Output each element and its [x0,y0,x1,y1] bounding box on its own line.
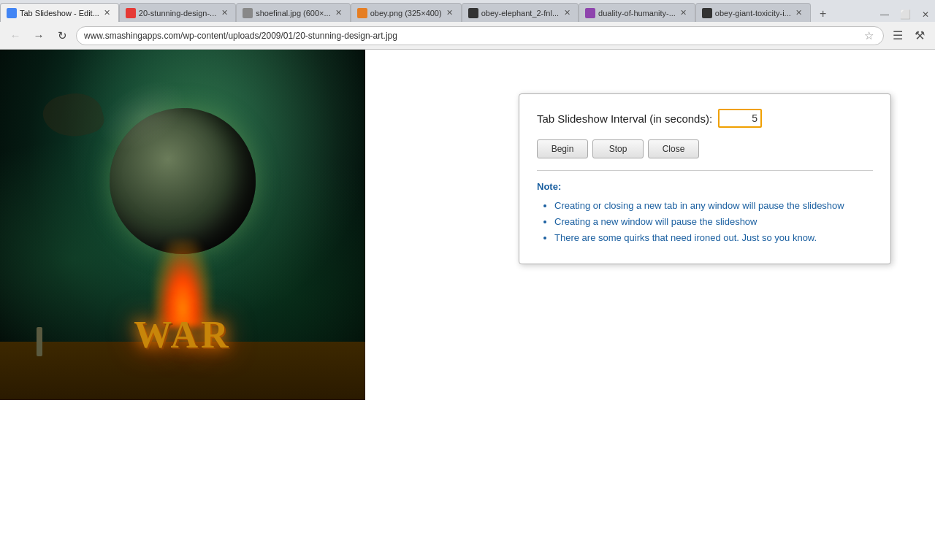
note-item-3: There are some quirks that need ironed o… [554,230,873,246]
toolbar-right: ☰ ⚒ [888,26,929,45]
tab7-close-btn[interactable]: ✕ [794,8,804,18]
slideshow-dialog: Tab Slideshow Interval (in seconds): Beg… [519,93,891,264]
dialog-buttons: Begin Stop Close [537,139,873,158]
wrench-button[interactable]: ⚒ [910,26,929,45]
tab7-favicon [702,8,712,18]
tab-bar: Tab Slideshow - Edit... ✕ 20-stunning-de… [0,0,935,22]
divider [537,170,873,171]
interval-input[interactable] [718,109,762,128]
tab-obey-elephant[interactable]: obey-elephant_2-fnl... ✕ [462,3,579,22]
tab-slideshow[interactable]: Tab Slideshow - Edit... ✕ [0,3,119,22]
navigation-bar: ← → ↻ ☆ ☰ ⚒ [0,22,935,50]
tab-stunning-design[interactable]: 20-stunning-design-... ✕ [119,3,236,22]
tab3-close-btn[interactable]: ✕ [334,8,344,18]
note-label: Note: [537,181,873,192]
ground-element [0,342,365,400]
tab-shoefinal[interactable]: shoefinal.jpg (600×... ✕ [236,3,350,22]
note-item-2: Creating a new window will pause the sli… [554,214,873,230]
close-dialog-button[interactable]: Close [648,139,699,158]
forward-button[interactable]: → [29,26,48,45]
dialog-title: Tab Slideshow Interval (in seconds): [537,112,712,125]
tab5-close-btn[interactable]: ✕ [562,8,572,18]
page-content: Tab Slideshow Interval (in seconds): Beg… [0,50,935,560]
tab1-favicon [7,8,17,18]
window-controls: — ⬜ ✕ [875,7,935,22]
tab4-favicon [357,8,367,18]
image-area [0,50,365,400]
tab-obey-toxicity[interactable]: obey-giant-toxicity-i... ✕ [695,3,811,22]
tab-duality[interactable]: duality-of-humanity-... ✕ [579,3,695,22]
tab4-close-btn[interactable]: ✕ [445,8,455,18]
tab6-close-btn[interactable]: ✕ [679,8,689,18]
tab6-favicon [585,8,595,18]
back-button[interactable]: ← [6,26,25,45]
note-item-1: Creating or closing a new tab in any win… [554,198,873,214]
planet-element [110,108,256,254]
tab5-favicon [468,8,478,18]
close-button[interactable]: ✕ [916,7,935,22]
stop-button[interactable]: Stop [592,139,644,158]
tab2-close-btn[interactable]: ✕ [219,8,229,18]
bookmark-button[interactable]: ☆ [862,29,876,42]
tab3-favicon [243,8,253,18]
tab6-label: duality-of-humanity-... [598,9,676,18]
tab5-label: obey-elephant_2-fnl... [481,9,559,18]
minimize-button[interactable]: — [875,7,894,22]
tab-obey-png[interactable]: obey.png (325×400) ✕ [351,3,462,22]
tab4-label: obey.png (325×400) [370,9,442,18]
browser-frame: Tab Slideshow - Edit... ✕ 20-stunning-de… [0,0,935,560]
maximize-button[interactable]: ⬜ [896,7,915,22]
new-tab-button[interactable]: + [814,6,833,22]
begin-button[interactable]: Begin [537,139,588,158]
tab1-close-btn[interactable]: ✕ [102,8,112,18]
tab2-favicon [126,8,136,18]
refresh-button[interactable]: ↻ [53,26,72,45]
lighthouse [37,327,42,356]
dialog-title-row: Tab Slideshow Interval (in seconds): [537,109,873,128]
animal-silhouette [39,87,107,145]
tab2-label: 20-stunning-design-... [139,9,216,18]
address-bar[interactable]: ☆ [76,26,884,45]
tab7-label: obey-giant-toxicity-i... [715,9,791,18]
note-list: Creating or closing a new tab in any win… [537,198,873,246]
page-menu-button[interactable]: ☰ [888,26,907,45]
url-input[interactable] [84,31,862,41]
fire-glow [153,239,212,327]
fantasy-image [0,50,365,400]
tab1-label: Tab Slideshow - Edit... [20,9,99,18]
tab3-label: shoefinal.jpg (600×... [256,9,330,18]
